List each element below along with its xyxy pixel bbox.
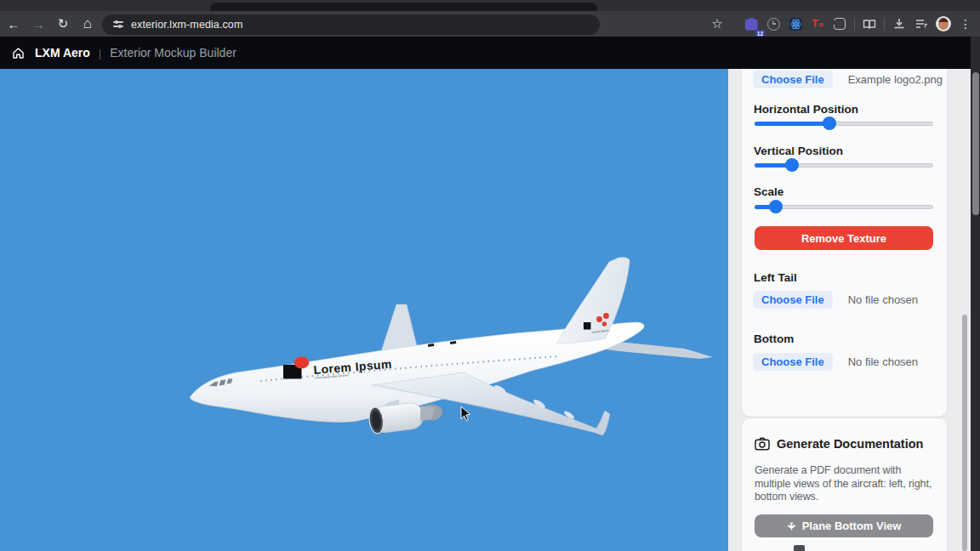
generate-doc-header: Generate Documentation bbox=[742, 437, 923, 451]
menu-kebab-icon[interactable]: ⋮ bbox=[954, 13, 977, 35]
browser-tab-strip bbox=[0, 0, 980, 11]
atom-glyph bbox=[790, 19, 801, 30]
app-header: LXM Aero | Exterior Mockup Builder bbox=[0, 37, 980, 69]
page-title: Exterior Mockup Builder bbox=[110, 46, 236, 60]
right-logo-file-row: Choose File Example logo2.png bbox=[742, 71, 947, 88]
url-text[interactable]: exterior.lxm-media.com bbox=[131, 19, 242, 31]
site-info-icon[interactable] bbox=[113, 20, 123, 28]
forward-icon[interactable]: → bbox=[27, 14, 49, 34]
bottom-file-row: Choose File No file chosen bbox=[742, 353, 947, 371]
aircraft-render: Lorem Ipsum Lorem Ipsum Lorem ipsum dolo… bbox=[0, 69, 728, 551]
slider-thumb[interactable] bbox=[769, 200, 783, 213]
selected-file-name: Example logo2.png bbox=[848, 73, 943, 86]
extension-atom-icon[interactable] bbox=[784, 13, 806, 35]
extension-square-icon[interactable] bbox=[829, 13, 851, 35]
plane-bottom-view-button[interactable]: ✈ Plane Bottom View bbox=[755, 514, 933, 537]
sidebar-scrollbar-thumb[interactable] bbox=[962, 315, 967, 551]
slider-label-scale: Scale bbox=[742, 185, 783, 198]
reading-list-icon[interactable] bbox=[910, 13, 932, 35]
home-icon[interactable]: ⌂ bbox=[77, 14, 99, 34]
aircraft-viewport[interactable]: Lorem Ipsum Lorem Ipsum Lorem ipsum dolo… bbox=[0, 69, 728, 551]
camera-icon bbox=[755, 437, 770, 451]
slider-thumb[interactable] bbox=[785, 158, 799, 172]
slider-fill bbox=[755, 122, 829, 126]
generate-doc-title: Generate Documentation bbox=[777, 437, 923, 451]
header-divider: | bbox=[99, 47, 101, 60]
remove-texture-button[interactable]: Remove Texture bbox=[755, 226, 933, 250]
choose-file-button[interactable]: Choose File bbox=[753, 71, 833, 88]
generate-documentation-panel: Generate Documentation Generate a PDF do… bbox=[742, 418, 947, 551]
brand-name[interactable]: LXM Aero bbox=[35, 46, 90, 60]
texture-panel: Choose File Example logo2.png Horizontal… bbox=[742, 69, 947, 417]
toolbar-divider bbox=[854, 18, 855, 31]
profile-avatar[interactable] bbox=[932, 13, 954, 35]
mouse-cursor bbox=[461, 406, 470, 421]
extension-red-icon[interactable]: To bbox=[806, 13, 829, 35]
slider-thumb[interactable] bbox=[823, 116, 836, 130]
choose-file-button[interactable]: Choose File bbox=[753, 291, 833, 309]
vertical-position-slider[interactable] bbox=[755, 158, 933, 172]
extension-purple-icon[interactable]: 12 bbox=[740, 13, 762, 35]
file-status: No file chosen bbox=[848, 293, 918, 306]
reading-book-icon[interactable] bbox=[858, 13, 880, 35]
extension-history-icon[interactable] bbox=[762, 13, 784, 35]
address-bar[interactable]: exterior.lxm-media.com bbox=[102, 14, 600, 35]
choose-file-button[interactable]: Choose File bbox=[753, 353, 833, 371]
horizontal-position-slider[interactable] bbox=[755, 116, 933, 130]
page-scrollbar-thumb[interactable] bbox=[972, 72, 979, 215]
file-status: No file chosen bbox=[848, 355, 918, 368]
left-tail-file-row: Choose File No file chosen bbox=[742, 291, 947, 309]
section-label-left-tail: Left Tail bbox=[742, 271, 797, 284]
bookmark-star-icon[interactable]: ☆ bbox=[706, 13, 728, 35]
slider-label-vertical: Vertical Position bbox=[742, 145, 843, 157]
section-label-bottom: Bottom bbox=[742, 332, 794, 345]
toolbar-divider bbox=[884, 18, 885, 31]
app-home-icon[interactable] bbox=[12, 47, 25, 60]
back-icon[interactable]: ← bbox=[3, 14, 25, 34]
scale-slider[interactable] bbox=[755, 200, 933, 213]
next-element-partial bbox=[794, 545, 805, 551]
plane-bottom-view-label: Plane Bottom View bbox=[802, 520, 902, 532]
generate-doc-description: Generate a PDF document with multiple vi… bbox=[742, 464, 947, 504]
page-scrollbar[interactable] bbox=[971, 37, 980, 551]
reload-icon[interactable]: ↻ bbox=[52, 14, 74, 34]
controls-sidebar: Choose File Example logo2.png Horizontal… bbox=[728, 69, 971, 551]
plane-down-icon: ✈ bbox=[785, 521, 797, 530]
toolbar-right: ☆ 12 To bbox=[706, 11, 977, 37]
download-icon[interactable] bbox=[888, 13, 910, 35]
slider-label-horizontal: Horizontal Position bbox=[742, 103, 858, 116]
active-tab[interactable] bbox=[210, 3, 597, 11]
